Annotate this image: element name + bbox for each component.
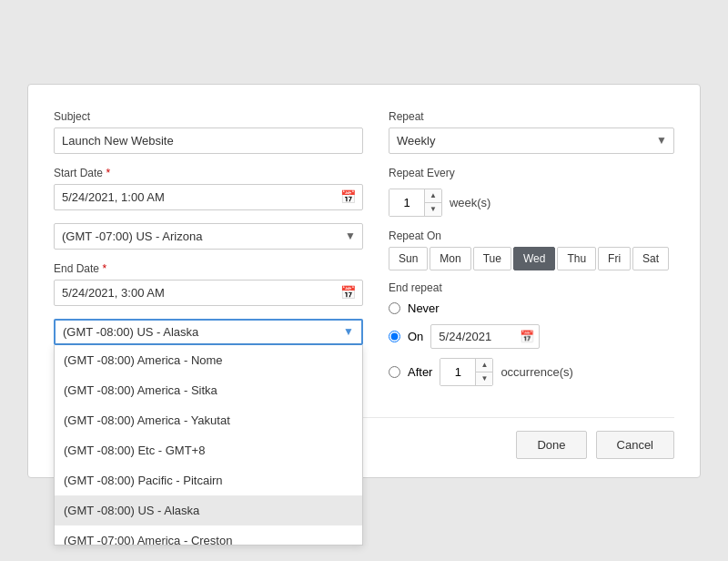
repeat-select-wrapper: Weekly ▼ [389, 128, 674, 154]
done-button[interactable]: Done [516, 431, 586, 459]
timezone2-dropdown-list: (GMT -08:00) America - Nome (GMT -08:00)… [54, 345, 363, 546]
day-mon-button[interactable]: Mon [430, 247, 470, 270]
repeat-every-spinner: ▲ ▼ [389, 189, 442, 217]
day-thu-button[interactable]: Thu [557, 247, 596, 270]
end-repeat-label: End repeat [389, 281, 674, 294]
list-item-selected[interactable]: (GMT -08:00) US - Alaska [55, 495, 362, 525]
dialog: Subject Start Date * 📅 (GMT -07:00) US -… [27, 84, 701, 478]
spinner-buttons: ▲ ▼ [424, 189, 441, 216]
list-item[interactable]: (GMT -08:00) Pacific - Pitcairn [55, 465, 362, 495]
day-sun-button[interactable]: Sun [389, 247, 428, 270]
left-panel: Subject Start Date * 📅 (GMT -07:00) US -… [54, 110, 363, 395]
start-date-calendar-icon[interactable]: 📅 [340, 189, 356, 204]
after-spinner-buttons: ▲ ▼ [475, 359, 492, 385]
end-date-input[interactable] [54, 280, 363, 306]
timezone2-field-group: (GMT -08:00) US - Alaska ▼ (GMT -08:00) … [54, 319, 363, 345]
repeat-every-field-group: Repeat Every ▲ ▼ week(s) [389, 167, 674, 217]
on-label: On [408, 330, 423, 343]
day-wed-button[interactable]: Wed [513, 247, 555, 270]
timezone1-field-group: (GMT -07:00) US - Arizona ▼ [54, 223, 363, 250]
start-date-field-group: Start Date * 📅 [54, 167, 363, 210]
never-label: Never [408, 301, 440, 315]
start-date-label: Start Date * [54, 167, 363, 179]
end-date-calendar-icon[interactable]: 📅 [340, 285, 356, 300]
never-radio[interactable] [389, 302, 400, 314]
end-date-field-group: End Date * 📅 [54, 262, 363, 306]
repeat-every-row: ▲ ▼ week(s) [389, 189, 674, 217]
timezone2-selected-value: (GMT -08:00) US - Alaska [63, 325, 343, 339]
after-spinner: ▲ ▼ [440, 358, 493, 386]
repeat-on-section: Repeat On Sun Mon Tue Wed Thu Fri Sat [389, 230, 674, 270]
end-repeat-section: End repeat Never On 📅 After [389, 281, 674, 386]
week-label: week(s) [450, 196, 491, 209]
repeat-on-label: Repeat On [389, 230, 674, 242]
after-radio[interactable] [389, 366, 400, 378]
subject-field-group: Subject [54, 110, 363, 154]
after-input[interactable] [440, 359, 475, 385]
spinner-up-button[interactable]: ▲ [425, 189, 441, 203]
day-fri-button[interactable]: Fri [598, 247, 631, 270]
after-spinner-up-button[interactable]: ▲ [476, 359, 492, 372]
repeat-every-label: Repeat Every [389, 167, 674, 179]
subject-input[interactable] [54, 128, 363, 154]
start-date-input-wrapper: 📅 [54, 184, 363, 210]
on-date-calendar-icon[interactable]: 📅 [520, 330, 534, 343]
repeat-label: Repeat [389, 110, 674, 123]
timezone2-dropdown-open: (GMT -08:00) US - Alaska ▼ [54, 319, 363, 345]
timezone1-select-wrapper: (GMT -07:00) US - Arizona ▼ [54, 223, 363, 250]
after-spinner-down-button[interactable]: ▼ [476, 372, 492, 385]
repeat-select[interactable]: Weekly [389, 128, 674, 154]
repeat-field-group: Repeat Weekly ▼ [389, 110, 674, 154]
list-item[interactable]: (GMT -08:00) Etc - GMT+8 [55, 435, 362, 465]
day-buttons: Sun Mon Tue Wed Thu Fri Sat [389, 247, 674, 270]
list-item[interactable]: (GMT -08:00) America - Nome [55, 345, 362, 375]
spinner-down-button[interactable]: ▼ [425, 203, 441, 216]
right-panel: Repeat Weekly ▼ Repeat Every ▲ ▼ [389, 110, 674, 395]
subject-label: Subject [54, 110, 363, 123]
end-date-input-wrapper: 📅 [54, 280, 363, 306]
after-radio-row: After ▲ ▼ occurrence(s) [389, 358, 674, 386]
timezone1-select[interactable]: (GMT -07:00) US - Arizona [54, 223, 363, 250]
timezone2-arrow-icon[interactable]: ▼ [343, 325, 354, 338]
on-radio[interactable] [389, 331, 400, 342]
day-tue-button[interactable]: Tue [473, 247, 511, 270]
cancel-button[interactable]: Cancel [596, 431, 674, 459]
never-radio-row: Never [389, 301, 674, 315]
end-date-label: End Date * [54, 262, 363, 275]
day-sat-button[interactable]: Sat [632, 247, 669, 270]
on-radio-row: On 📅 [389, 324, 674, 349]
list-item[interactable]: (GMT -07:00) America - Creston [55, 525, 362, 546]
list-item[interactable]: (GMT -08:00) America - Sitka [55, 375, 362, 405]
occurrence-label: occurrence(s) [500, 365, 572, 379]
on-date-wrapper: 📅 [430, 324, 540, 349]
start-date-input[interactable] [54, 184, 363, 210]
repeat-every-input[interactable] [389, 189, 424, 216]
list-item[interactable]: (GMT -08:00) America - Yakutat [55, 405, 362, 435]
after-label: After [408, 365, 432, 379]
